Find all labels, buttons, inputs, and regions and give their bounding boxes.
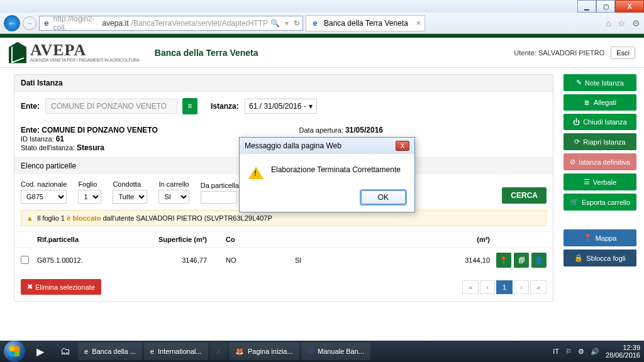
pager-current[interactable]: 1 bbox=[496, 280, 513, 294]
note-istanza-button[interactable]: ✎Note Istanza bbox=[564, 74, 636, 91]
row-user-button[interactable]: 👤 bbox=[531, 253, 547, 268]
verbale-button[interactable]: ☰Verbale bbox=[564, 173, 636, 190]
tab-close-icon[interactable]: × bbox=[416, 19, 421, 28]
pencil-icon: ✎ bbox=[576, 79, 582, 87]
settings-icon[interactable]: ⚙ bbox=[632, 18, 640, 28]
taskbar-media-icon[interactable]: ▶ bbox=[28, 343, 53, 360]
ente-value: COMUNE DI PONZANO VENETO bbox=[45, 99, 177, 114]
elimina-button[interactable]: ✖Elimina selezionate bbox=[21, 279, 101, 295]
back-button[interactable]: ← bbox=[4, 15, 20, 31]
brand-header: AVEPA AGENZIA VENETA PER I PAGAMENTI IN … bbox=[0, 38, 644, 68]
avepa-logo-icon bbox=[9, 42, 26, 63]
close-icon: ✖ bbox=[27, 283, 33, 291]
brand-name: AVEPA bbox=[30, 43, 140, 57]
esporta-carrello-button[interactable]: 🛒Esporta carrello bbox=[564, 194, 636, 211]
dialog-message: Elaborazione Terminata Correttamente bbox=[271, 165, 401, 174]
table-row: G875.1.00012. 3146,77 NO SI 3144,10 📍 🗐 … bbox=[14, 248, 553, 273]
window-maximize[interactable]: ▢ bbox=[596, 0, 615, 13]
sidebar: ✎Note Istanza 🗎Allegati ⏻Chiudi Istanza … bbox=[564, 74, 636, 307]
cell-co: NO bbox=[226, 256, 295, 264]
pager-prev[interactable]: ‹ bbox=[480, 280, 495, 294]
carrello-select[interactable]: SI bbox=[158, 190, 189, 204]
istanza-select[interactable]: 61 / 31/05/2016 -▾ bbox=[245, 99, 317, 114]
app-title: Banca della Terra Veneta bbox=[155, 48, 258, 58]
row-checkbox[interactable] bbox=[21, 256, 29, 264]
file-icon: 🗎 bbox=[584, 99, 591, 106]
dialog-close-button[interactable]: X bbox=[396, 141, 409, 151]
cell-si: SI bbox=[295, 256, 440, 264]
window-titlebar: ▁ ▢ X bbox=[0, 0, 644, 13]
refresh-icon[interactable]: ↻ bbox=[294, 19, 300, 28]
message-dialog: Messaggio dalla pagina Web X Elaborazion… bbox=[239, 137, 415, 212]
taskbar-task-word[interactable]: WManuale Ban... bbox=[301, 343, 370, 360]
list-icon: ☰ bbox=[584, 178, 590, 186]
taskbar-explorer-icon[interactable]: 🗂 bbox=[53, 343, 78, 360]
chiudi-istanza-button[interactable]: ⏻Chiudi Istanza bbox=[564, 114, 636, 130]
taskbar-task-ie[interactable]: eBanca della ... bbox=[78, 343, 142, 360]
cell-superficie: 3146,77 bbox=[144, 256, 226, 264]
pager-first[interactable]: « bbox=[462, 280, 479, 294]
address-bar[interactable]: e http://login2-coll.avepa.it/BancaTerra… bbox=[39, 16, 303, 31]
start-button[interactable] bbox=[4, 341, 25, 362]
taskbar-clock[interactable]: 12:39 28/06/2016 bbox=[606, 344, 640, 359]
ie-logo-icon: e bbox=[310, 18, 320, 28]
dialog-title: Messaggio dalla pagina Web bbox=[245, 141, 341, 150]
istanza-definitiva-button[interactable]: ⊘Istanza definitiva bbox=[564, 153, 636, 170]
id-istanza-value: 61 bbox=[56, 134, 64, 143]
logout-button[interactable]: Esci bbox=[611, 47, 635, 59]
browser-tab[interactable]: e Banca della Terra Veneta × bbox=[306, 15, 425, 31]
brand-subtitle: AGENZIA VENETA PER I PAGAMENTI IN AGRICO… bbox=[30, 58, 140, 62]
riapri-istanza-button[interactable]: ⟳Riapri Istanza bbox=[564, 133, 636, 150]
mappa-button[interactable]: 📍Mappa bbox=[564, 229, 636, 246]
pager-last[interactable]: » bbox=[530, 280, 547, 294]
taskbar-task-excel[interactable]: X bbox=[210, 343, 227, 360]
istanza-label: Istanza: bbox=[211, 102, 239, 111]
marker-icon: 📍 bbox=[584, 234, 592, 242]
ente-info: Ente: COMUNE DI PONZANO VENETO bbox=[21, 126, 158, 134]
pager: « ‹ 1 › » bbox=[462, 280, 547, 294]
ente-label: Ente: bbox=[21, 102, 40, 111]
reopen-icon: ⟳ bbox=[574, 138, 580, 146]
row-doc-button[interactable]: 🗐 bbox=[514, 253, 529, 268]
forward-button[interactable]: → bbox=[23, 16, 36, 30]
tab-title: Banca della Terra Veneta bbox=[324, 19, 408, 28]
sblocca-fogli-button[interactable]: 🔒Sblocca fogli bbox=[564, 250, 636, 266]
cart-icon: 🛒 bbox=[570, 198, 579, 206]
url-host: avepa.it bbox=[103, 19, 129, 28]
dati-istanza-header: Dati Istanza bbox=[14, 75, 553, 92]
warning-icon bbox=[248, 167, 264, 179]
dialog-ok-button[interactable]: OK bbox=[361, 190, 406, 204]
taskbar-task-ie2[interactable]: eInternational... bbox=[144, 343, 208, 360]
cerca-button[interactable]: CERCA bbox=[502, 187, 547, 204]
url-path: /BancaTerraVeneta/servlet/AdapterHTTP bbox=[131, 19, 268, 28]
stato-value: Stesura bbox=[77, 143, 104, 152]
favorites-icon[interactable]: ☆ bbox=[618, 18, 626, 28]
block-icon: ⊘ bbox=[570, 158, 575, 166]
window-minimize[interactable]: ▁ bbox=[577, 0, 596, 13]
foglio-select[interactable]: 1 bbox=[78, 190, 101, 204]
taskbar-flag-icon[interactable]: ⚐ bbox=[565, 348, 572, 356]
row-locate-button[interactable]: 📍 bbox=[496, 253, 511, 268]
taskbar-network-icon[interactable]: ⚙ bbox=[578, 348, 584, 356]
da-particella-input[interactable] bbox=[201, 191, 237, 204]
pager-next[interactable]: › bbox=[514, 280, 529, 294]
allegati-button[interactable]: 🗎Allegati bbox=[564, 94, 636, 111]
lock-icon: 🔒 bbox=[574, 254, 583, 262]
taskbar-volume-icon[interactable]: 🔊 bbox=[591, 348, 599, 356]
cell-m2: 3144,10 bbox=[440, 256, 490, 264]
ie-toolbar: ← → e http://login2-coll.avepa.it/BancaT… bbox=[0, 13, 644, 34]
cell-rif: G875.1.00012. bbox=[37, 256, 144, 264]
home-icon[interactable]: ⌂ bbox=[606, 18, 611, 28]
taskbar-lang[interactable]: IT bbox=[553, 348, 559, 355]
window-close[interactable]: X bbox=[615, 0, 644, 13]
url-prefix: http://login2-coll. bbox=[53, 14, 100, 32]
condotta-select[interactable]: Tutte bbox=[113, 190, 147, 204]
power-icon: ⏻ bbox=[573, 118, 580, 126]
taskbar-task-firefox[interactable]: 🦊Pagina inizia... bbox=[229, 343, 299, 360]
table-header: Rif.particella Superficie (m²) Co (m²) bbox=[14, 231, 553, 248]
search-icon[interactable]: 🔍 bbox=[270, 19, 280, 28]
ente-menu-button[interactable]: ≡ bbox=[182, 98, 197, 114]
taskbar: ▶ 🗂 eBanca della ... eInternational... X… bbox=[0, 341, 644, 362]
cod-nazionale-select[interactable]: G875 bbox=[21, 190, 67, 204]
warning-icon: ▲ bbox=[26, 214, 33, 222]
